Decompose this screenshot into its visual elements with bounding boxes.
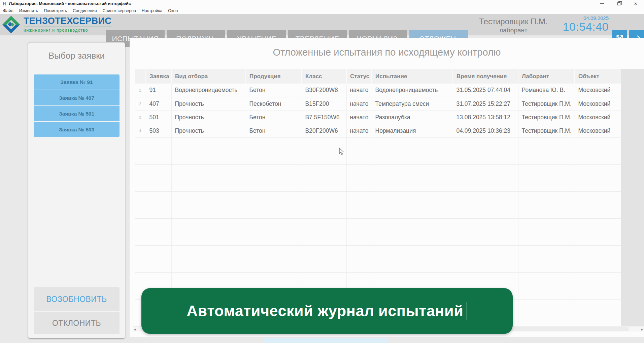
empty-cell [246, 272, 302, 286]
column-header[interactable]: Класс [302, 69, 346, 84]
request-item[interactable]: Заявка № 501 [34, 106, 120, 121]
menu-item-edit[interactable]: Изменить [19, 8, 38, 13]
row-number: 3 [135, 111, 146, 124]
empty-cell [346, 151, 372, 164]
empty-cell [575, 191, 621, 205]
table-header-row: ЗаявкаВид отбораПродукцияКлассСтатусИспы… [135, 69, 621, 84]
menu-item-server-list[interactable]: Список серверов [103, 8, 136, 13]
scroll-left-icon[interactable]: ◂ [134, 327, 136, 332]
request-item[interactable]: Заявка № 503 [34, 122, 120, 137]
empty-cell [372, 272, 453, 286]
text-caret [467, 302, 467, 320]
empty-cell [135, 151, 146, 164]
table-cell: 91 [146, 84, 171, 97]
empty-cell [302, 205, 346, 218]
empty-table-row [135, 137, 621, 151]
request-item[interactable]: Заявка № 91 [34, 74, 120, 90]
empty-cell [302, 151, 346, 164]
empty-cell [346, 245, 372, 259]
empty-cell [146, 178, 171, 191]
close-button[interactable]: ✕ [627, 0, 644, 7]
request-item[interactable]: Заявка № 407 [34, 90, 120, 105]
table-right-gutter [621, 69, 644, 331]
table-cell: Романова Ю. В. [518, 84, 575, 97]
empty-cell [518, 259, 575, 272]
column-header[interactable]: Объект [575, 69, 621, 84]
table-cell: 407 [146, 97, 171, 111]
table-cell: начато [346, 111, 372, 124]
table-cell: Бетон [246, 111, 302, 124]
scrollbar-thumb[interactable] [511, 327, 629, 331]
current-time: 10:54:40 [552, 21, 609, 32]
empty-cell [146, 164, 171, 178]
empty-cell [135, 178, 146, 191]
restore-button[interactable] [610, 0, 627, 7]
table-cell: 503 [146, 124, 171, 137]
table-cell: Водонепроницаемость [171, 84, 246, 97]
empty-cell [372, 232, 453, 245]
empty-cell [346, 178, 372, 191]
empty-cell [346, 259, 372, 272]
empty-cell [575, 205, 621, 218]
empty-cell [575, 218, 621, 232]
column-header[interactable]: Вид отбора [171, 69, 246, 84]
empty-cell [453, 137, 518, 151]
table-cell: начато [346, 124, 372, 137]
empty-cell [518, 272, 575, 286]
decline-button[interactable]: ОТКЛОНИТЬ [34, 312, 120, 334]
empty-cell [372, 151, 453, 164]
table-row[interactable]: 191ВодонепроницаемостьБетонB30F200W8нача… [135, 84, 621, 97]
empty-cell [246, 259, 302, 272]
empty-cell [171, 164, 246, 178]
column-header-rownum[interactable] [135, 69, 146, 84]
user-name: Тестировщик П.М. [470, 17, 557, 26]
resume-button[interactable]: ВОЗОБНОВИТЬ [34, 287, 120, 311]
scroll-right-icon[interactable]: ▸ [641, 327, 643, 332]
empty-cell [171, 218, 246, 232]
table-cell: Московский [575, 124, 621, 137]
overlay-banner: Автоматический журнал испытаний [141, 288, 513, 334]
empty-cell [346, 232, 372, 245]
empty-cell [518, 286, 575, 299]
empty-cell [372, 259, 453, 272]
empty-cell [246, 178, 302, 191]
table-row[interactable]: 3501ПрочностьБетонB7.5F150W6начатоРазопа… [135, 111, 621, 124]
empty-cell [518, 151, 575, 164]
column-header[interactable]: Время получения [453, 69, 518, 84]
table-row[interactable]: 2407ПрочностьПескобетонB15F200начатоТемп… [135, 97, 621, 111]
table-cell: Бетон [246, 124, 302, 137]
column-header[interactable]: Продукция [246, 69, 302, 84]
menu-item-connections[interactable]: Соединения [73, 8, 97, 13]
empty-cell [246, 151, 302, 164]
empty-cell [146, 137, 171, 151]
empty-cell [171, 259, 246, 272]
menu-item-window[interactable]: Окно [168, 8, 178, 13]
column-header[interactable]: Заявка [146, 69, 171, 84]
column-header[interactable]: Статус [346, 69, 372, 84]
logo-name: ТЕНЗОТЕХСЕРВИС [24, 17, 111, 26]
column-header[interactable]: Лаборант [518, 69, 575, 84]
empty-table-row [135, 259, 621, 272]
menu-item-settings[interactable]: Настройка [142, 8, 163, 13]
empty-cell [171, 272, 246, 286]
column-header[interactable]: Испытание [372, 69, 453, 84]
empty-cell [575, 313, 621, 326]
minimize-button[interactable] [594, 0, 610, 7]
empty-cell [518, 313, 575, 326]
table-cell: 31.07.2025 15:22:27 [453, 97, 518, 111]
menu-item-file[interactable]: Файл [3, 8, 13, 13]
table-row[interactable]: 4503ПрочностьБетонB20F200W6начатоНормали… [135, 124, 621, 137]
table-cell: начато [346, 84, 372, 97]
empty-cell [575, 245, 621, 259]
window-titlebar: Н Лаборатория. Московский - пользователь… [0, 0, 644, 7]
menu-item-view[interactable]: Посмотреть [44, 8, 67, 13]
empty-cell [302, 137, 346, 151]
empty-cell [453, 232, 518, 245]
empty-cell [246, 245, 302, 259]
table-cell: Тестировщик П.М. [518, 111, 575, 124]
empty-cell [146, 191, 171, 205]
restore-icon [617, 2, 620, 5]
empty-cell [575, 178, 621, 191]
empty-cell [575, 151, 621, 164]
table-cell: Московский [575, 111, 621, 124]
